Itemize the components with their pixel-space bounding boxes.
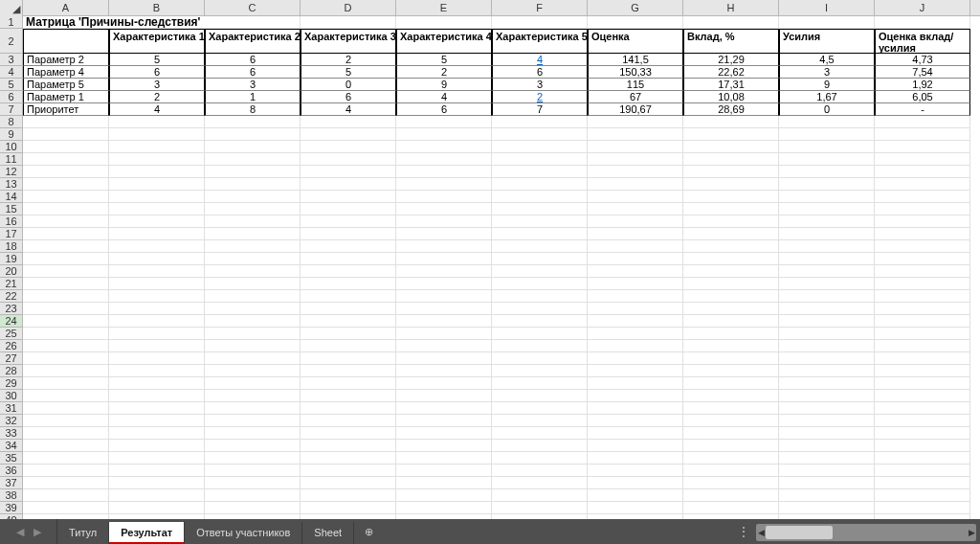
cell[interactable]: [301, 377, 396, 390]
cell[interactable]: [683, 489, 779, 502]
row-header[interactable]: 29: [0, 377, 23, 390]
sheet-nav-next-icon[interactable]: ▶: [33, 526, 41, 538]
cell[interactable]: [779, 191, 875, 203]
cell[interactable]: [301, 440, 396, 452]
row-header[interactable]: 37: [0, 477, 23, 489]
scroll-thumb[interactable]: [766, 526, 833, 539]
cell[interactable]: [301, 240, 396, 253]
column-header-B[interactable]: B: [109, 0, 205, 15]
cell[interactable]: [875, 502, 970, 514]
cell[interactable]: [588, 365, 683, 377]
cell[interactable]: [875, 240, 970, 253]
cell[interactable]: [23, 303, 109, 315]
cell[interactable]: [301, 315, 396, 328]
cell[interactable]: [588, 303, 683, 315]
sheet-tab[interactable]: Ответы участников: [185, 522, 302, 544]
cell[interactable]: [875, 340, 970, 352]
table-cell[interactable]: 4,5: [779, 54, 875, 66]
cell[interactable]: [875, 265, 970, 278]
table-cell[interactable]: 8: [205, 103, 301, 116]
column-header-C[interactable]: C: [205, 0, 301, 15]
cell[interactable]: [396, 315, 492, 328]
table-cell[interactable]: Параметр 2: [23, 54, 109, 66]
cell[interactable]: [109, 153, 205, 166]
cell[interactable]: [875, 290, 970, 303]
cell[interactable]: [396, 253, 492, 265]
cell[interactable]: [205, 178, 301, 191]
cell[interactable]: [875, 477, 970, 489]
cell[interactable]: [588, 377, 683, 390]
cell[interactable]: [779, 166, 875, 178]
cell[interactable]: [588, 141, 683, 153]
row-header[interactable]: 18: [0, 240, 23, 253]
cell[interactable]: [301, 352, 396, 365]
cell[interactable]: [396, 415, 492, 427]
scroll-left-icon[interactable]: ◀: [756, 526, 766, 539]
cell[interactable]: [683, 352, 779, 365]
cell[interactable]: [683, 290, 779, 303]
row-header[interactable]: 3: [0, 54, 23, 66]
cell[interactable]: [683, 415, 779, 427]
cell[interactable]: [875, 141, 970, 153]
cell[interactable]: [779, 16, 875, 29]
cell[interactable]: [109, 290, 205, 303]
column-header-A[interactable]: A: [23, 0, 109, 15]
cell[interactable]: [492, 128, 588, 141]
cell[interactable]: [205, 166, 301, 178]
cell[interactable]: [492, 352, 588, 365]
cell[interactable]: [875, 427, 970, 440]
cell[interactable]: [23, 141, 109, 153]
cell[interactable]: [875, 440, 970, 452]
table-cell[interactable]: 6: [205, 66, 301, 79]
cell[interactable]: [588, 166, 683, 178]
cell[interactable]: [396, 465, 492, 477]
cell[interactable]: [109, 390, 205, 402]
cell[interactable]: [588, 290, 683, 303]
cell[interactable]: [109, 377, 205, 390]
cell[interactable]: [492, 178, 588, 191]
cell[interactable]: [301, 228, 396, 240]
cell[interactable]: [492, 452, 588, 465]
row-header[interactable]: 28: [0, 365, 23, 377]
cell[interactable]: [779, 452, 875, 465]
cell[interactable]: [683, 502, 779, 514]
cell[interactable]: [109, 191, 205, 203]
cell[interactable]: [683, 128, 779, 141]
cell[interactable]: [683, 365, 779, 377]
cell[interactable]: [396, 128, 492, 141]
cell[interactable]: [779, 402, 875, 415]
row-header[interactable]: 30: [0, 390, 23, 402]
row-header[interactable]: 24: [0, 315, 23, 328]
cell[interactable]: [109, 178, 205, 191]
table-cell[interactable]: 4: [301, 103, 396, 116]
cell[interactable]: [205, 352, 301, 365]
cell[interactable]: [683, 340, 779, 352]
cell[interactable]: [23, 352, 109, 365]
cell[interactable]: [301, 116, 396, 128]
table-header-cell[interactable]: Вклад, %: [683, 29, 779, 54]
cell[interactable]: [396, 116, 492, 128]
cell[interactable]: [396, 240, 492, 253]
table-cell[interactable]: 9: [396, 79, 492, 91]
cell[interactable]: [779, 265, 875, 278]
cell[interactable]: [205, 340, 301, 352]
cell[interactable]: [109, 477, 205, 489]
cell[interactable]: [396, 278, 492, 290]
table-cell[interactable]: 1,92: [875, 79, 970, 91]
cell[interactable]: [205, 265, 301, 278]
cell[interactable]: [109, 427, 205, 440]
cell[interactable]: [109, 315, 205, 328]
cell[interactable]: [23, 290, 109, 303]
cell[interactable]: [492, 340, 588, 352]
table-cell[interactable]: 2: [396, 66, 492, 79]
table-cell[interactable]: 6: [301, 91, 396, 103]
table-cell[interactable]: 150,33: [588, 66, 683, 79]
cell[interactable]: [205, 390, 301, 402]
cell[interactable]: [588, 153, 683, 166]
cell[interactable]: [875, 203, 970, 215]
cell[interactable]: [492, 253, 588, 265]
row-header[interactable]: 6: [0, 91, 23, 103]
cell[interactable]: [23, 390, 109, 402]
table-cell[interactable]: 6,05: [875, 91, 970, 103]
cell[interactable]: [301, 489, 396, 502]
